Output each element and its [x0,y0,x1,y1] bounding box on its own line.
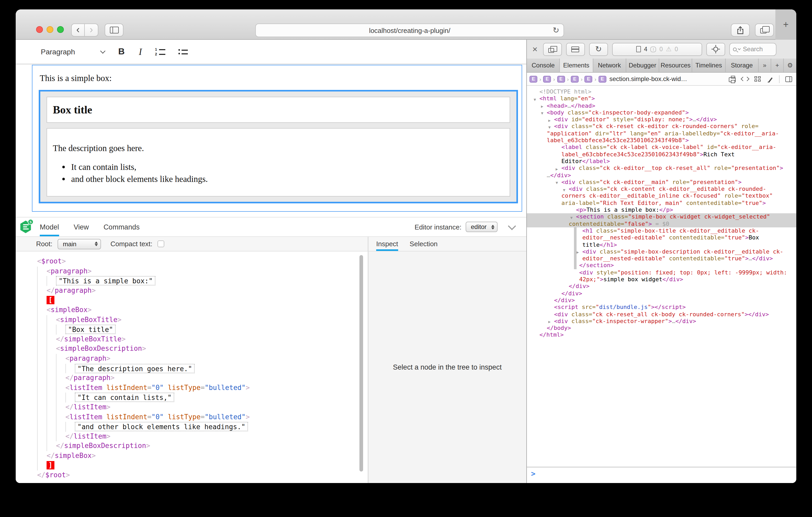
model-tree-line[interactable]: <paragraph> [16,354,368,364]
url-field[interactable]: localhost/creating-a-plugin/ ↻ [255,24,564,37]
model-tree-scrollbar[interactable] [359,255,363,472]
dom-tree-line[interactable]: <div class="ck ck-reset_all ck-body ck-r… [527,311,796,318]
overflow-tabs-button[interactable]: » [759,59,771,72]
dom-tree-line[interactable]: Editor</label> [527,158,796,165]
breadcrumb-element-badge[interactable]: E [571,75,579,82]
model-tree-line[interactable]: [ [16,296,368,305]
dom-tree-line[interactable]: ▼<body class="ck-inspector-body-expanded… [527,109,796,116]
breadcrumb-element-badge[interactable]: E [543,75,551,82]
dom-tree-line[interactable]: ▶<div class="simple-box-description ck-e… [527,248,796,255]
disclosure-triangle-icon[interactable]: ▼ [534,96,536,103]
model-tree-line[interactable]: <$root> [16,257,368,266]
dom-tree-line[interactable]: ▼<section class="simple-box ck-widget ck… [527,214,796,221]
dom-tree-line[interactable]: aria-label="Rich Text Editor, main" cont… [527,200,796,207]
disclosure-triangle-icon[interactable]: ▼ [541,110,543,117]
model-tree-line[interactable]: <simpleBox> [16,305,368,315]
breadcrumb-element-badge[interactable]: E [585,75,592,82]
traffic-minimize-button[interactable] [47,26,53,33]
traffic-close-button[interactable] [36,26,43,33]
dom-tree-line[interactable]: ▼<div class="ck ck-editor__main" role="p… [527,179,796,186]
simple-box-widget[interactable]: Box title The description goes here. It … [39,90,518,203]
breadcrumb-label[interactable]: section.simple-box.ck-wid… [609,75,687,83]
grid-overlay-icon[interactable] [754,76,761,82]
compact-text-checkbox[interactable] [158,240,165,247]
editor-editable-area[interactable]: This is a simple box: Box title The desc… [32,65,522,212]
disclosure-triangle-icon[interactable]: ▼ [563,186,565,193]
model-tree-line[interactable]: </simpleBoxDescription> [16,442,368,451]
new-tab-button[interactable]: + [775,9,796,40]
share-button[interactable] [731,24,750,37]
tab-overview-button[interactable] [755,24,774,37]
dom-tree-line[interactable]: contenteditable="false"> = $0 [527,220,796,227]
simple-box-title[interactable]: Box title [47,97,510,123]
dom-tree-line[interactable]: ▼<div class="ck ck-reset ck-editor ck-ro… [527,123,796,130]
collapse-inspector-icon[interactable] [508,222,516,230]
dom-tree-line[interactable]: <!DOCTYPE html> [527,88,796,95]
model-tree-line[interactable]: </paragraph> [16,286,368,296]
dom-tree-line[interactable]: <h1 class="simple-box-title ck-editor__e… [527,227,796,235]
model-tree-line[interactable]: <paragraph> [16,266,368,276]
dom-tree-line[interactable]: editor__nested-editable" contenteditable… [527,255,796,262]
dom-tree-line[interactable]: </div> [527,297,796,304]
bold-button[interactable]: B [118,47,125,57]
disclosure-triangle-icon[interactable]: ▶ [556,166,558,173]
devtools-tab-storage[interactable]: Storage [725,59,759,72]
settings-gear-icon[interactable]: ⚙ [784,59,796,72]
sidebar-toggle-button[interactable] [105,24,123,37]
devtools-tab-timelines[interactable]: Timelines [692,59,726,72]
numbered-list-button[interactable]: 1 2 [155,48,166,55]
breadcrumb-element-badge[interactable]: E [529,75,537,82]
reload-page-button[interactable]: ↻ [589,42,608,56]
dom-tree-line[interactable]: label_e63cbbfece34c53ce23501062343f49b8"… [527,151,796,158]
dom-tree-line[interactable]: </body> [527,325,796,332]
model-tree-line[interactable]: <simpleBoxDescription> [16,344,368,354]
dom-tree-line[interactable]: <label class="ck ck-label ck-voice-label… [527,144,796,151]
element-picker-button[interactable] [706,42,725,56]
dom-tree-line[interactable]: </section> [527,262,796,269]
dom-tree-line[interactable]: <script src="dist/bundle.js"></script> [527,304,796,311]
simple-box-description[interactable]: The description goes here. It can contai… [47,128,510,196]
dom-tree-line[interactable]: corners ck-editor__editable_inline ck-fo… [527,193,796,200]
heading-dropdown[interactable]: Paragraph [41,48,105,56]
model-tree-line[interactable]: </listItem> [16,431,368,441]
devtools-tab-network[interactable]: Network [593,59,626,72]
breadcrumb-element-badge[interactable]: E [598,75,606,82]
tab-view[interactable]: View [74,217,89,236]
devtools-tab-resources[interactable]: Resources [659,59,692,72]
traffic-zoom-button[interactable] [57,26,64,33]
italic-button[interactable]: I [139,46,142,57]
dom-tree-line[interactable]: </div> [527,283,796,290]
model-tree-line[interactable]: "This is a simple box:" [16,276,368,286]
resource-badges[interactable]: 4 ! 0 ⚠ 0 [612,42,702,56]
paint-flashing-icon[interactable] [766,75,773,82]
details-sidebar-icon[interactable] [785,76,792,82]
editor-instance-select[interactable]: editor [466,222,498,232]
tab-model[interactable]: Model [40,217,59,236]
model-tree-line[interactable]: <simpleBoxTitle> [16,315,368,325]
dom-tree-line[interactable]: editor__nested-editable" contenteditable… [527,234,796,241]
model-tree-line[interactable]: </simpleBox> [16,451,368,461]
model-tree-line[interactable]: </$root> [16,470,368,480]
disclosure-triangle-icon[interactable]: ▶ [577,249,579,256]
devtools-tab-debugger[interactable]: Debugger [626,59,660,72]
model-tree-line[interactable]: </paragraph> [16,373,368,383]
dom-tree-line[interactable]: title</h1> [527,241,796,248]
disclosure-triangle-icon[interactable]: ▼ [556,180,558,187]
dom-tree-line[interactable]: ▼<html lang="en"> [527,95,796,102]
dom-tree-line[interactable]: ▶<head>…</head> [527,102,796,109]
print-styles-icon[interactable] [729,78,735,82]
add-tab-button[interactable]: + [771,59,784,72]
model-tree-line[interactable]: ] [16,461,368,470]
dom-tree-line[interactable]: ▶<div id="editor" style="display: none;"… [527,116,796,123]
devtools-tab-console[interactable]: Console [527,59,560,72]
editor-paragraph[interactable]: This is a simple box: [40,73,112,84]
detach-button[interactable] [543,42,562,56]
tab-selection[interactable]: Selection [410,237,438,251]
model-tree-line[interactable]: "The description goes here." [16,364,368,373]
root-select[interactable]: main [58,239,101,249]
back-button[interactable]: ‹ [71,24,85,37]
dom-tree-line[interactable]: ▶<div class="ck-inspector-wrapper">…</di… [527,318,796,325]
model-tree-line[interactable]: "It can contain lists," [16,393,368,402]
dom-tree-line[interactable]: ▼<div class="ck ck-content ck-editor__ed… [527,186,796,193]
model-tree-line[interactable]: </listItem> [16,402,368,412]
